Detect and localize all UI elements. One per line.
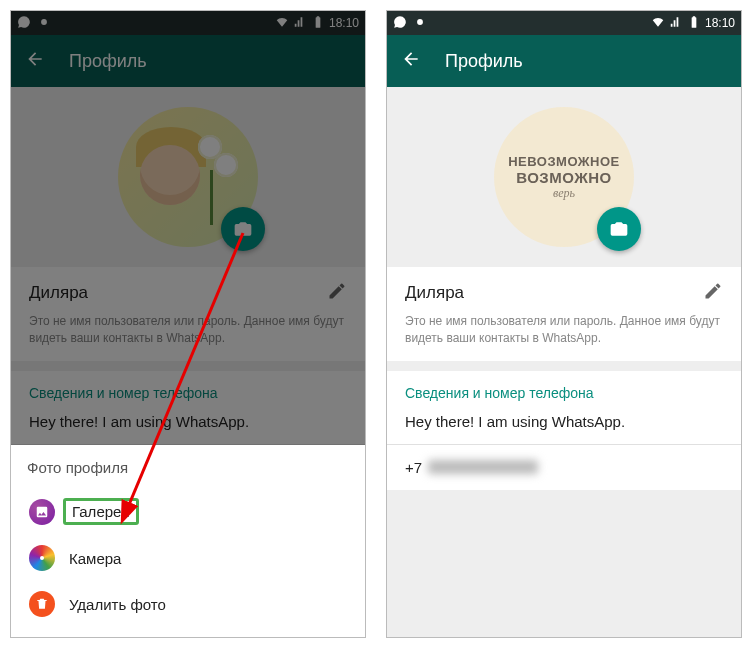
option-delete-label: Удалить фото bbox=[69, 596, 166, 613]
appbar: Профиль bbox=[387, 35, 741, 87]
phone-screenshot-right: 18:10 Профиль НЕВОЗМОЖНОЕ ВОЗМОЖНО верь … bbox=[386, 10, 742, 638]
option-delete[interactable]: Удалить фото bbox=[27, 581, 349, 627]
battery-icon bbox=[311, 15, 325, 32]
notification-icon bbox=[413, 15, 427, 32]
svg-point-1 bbox=[40, 556, 44, 560]
divider bbox=[387, 361, 741, 371]
page-title: Профиль bbox=[69, 51, 147, 72]
wifi-icon bbox=[651, 15, 665, 32]
profile-name: Диляра bbox=[405, 283, 703, 303]
page-title: Профиль bbox=[445, 51, 523, 72]
profile-name: Диляра bbox=[29, 283, 327, 303]
photo-source-sheet: Фото профиля Галерея Камера Удалить фото bbox=[11, 445, 365, 637]
avatar-area bbox=[11, 87, 365, 267]
option-gallery[interactable]: Галерея bbox=[27, 488, 349, 535]
phone-masked bbox=[428, 460, 538, 474]
notification-icon bbox=[37, 15, 51, 32]
signal-icon bbox=[293, 15, 307, 32]
avatar-area: НЕВОЗМОЖНОЕ ВОЗМОЖНО верь bbox=[387, 87, 741, 267]
change-photo-button[interactable] bbox=[221, 207, 265, 251]
svg-point-0 bbox=[41, 19, 47, 25]
sheet-title: Фото профиля bbox=[27, 459, 349, 476]
phone-prefix: +7 bbox=[405, 459, 422, 476]
battery-icon bbox=[687, 15, 701, 32]
name-section: Диляра Это не имя пользователя или парол… bbox=[11, 267, 365, 361]
name-hint: Это не имя пользователя или пароль. Данн… bbox=[29, 313, 347, 347]
clock-text: 18:10 bbox=[705, 16, 735, 30]
gallery-icon bbox=[29, 499, 55, 525]
whatsapp-icon bbox=[17, 15, 31, 32]
phone-number[interactable]: +7 bbox=[387, 445, 741, 490]
change-photo-button[interactable] bbox=[597, 207, 641, 251]
appbar: Профиль bbox=[11, 35, 365, 87]
info-section-header: Сведения и номер телефона bbox=[387, 371, 741, 407]
name-section: Диляра Это не имя пользователя или парол… bbox=[387, 267, 741, 361]
status-text[interactable]: Hey there! I am using WhatsApp. bbox=[11, 407, 365, 444]
avatar-text-3: верь bbox=[553, 186, 575, 201]
wifi-icon bbox=[275, 15, 289, 32]
delete-icon bbox=[29, 591, 55, 617]
option-camera-label: Камера bbox=[69, 550, 121, 567]
signal-icon bbox=[669, 15, 683, 32]
back-icon[interactable] bbox=[25, 49, 45, 73]
avatar-text-2: ВОЗМОЖНО bbox=[516, 169, 612, 186]
statusbar: 18:10 bbox=[11, 11, 365, 35]
whatsapp-icon bbox=[393, 15, 407, 32]
edit-name-icon[interactable] bbox=[703, 281, 723, 305]
name-hint: Это не имя пользователя или пароль. Данн… bbox=[405, 313, 723, 347]
edit-name-icon[interactable] bbox=[327, 281, 347, 305]
phone-screenshot-left: 18:10 Профиль Диляра Это не имя пользова… bbox=[10, 10, 366, 638]
option-camera[interactable]: Камера bbox=[27, 535, 349, 581]
status-text[interactable]: Hey there! I am using WhatsApp. bbox=[387, 407, 741, 444]
info-section-header: Сведения и номер телефона bbox=[11, 371, 365, 407]
option-gallery-label: Галерея bbox=[63, 498, 139, 525]
avatar-text-1: НЕВОЗМОЖНОЕ bbox=[508, 154, 620, 169]
svg-point-3 bbox=[417, 19, 423, 25]
camera-icon bbox=[29, 545, 55, 571]
clock-text: 18:10 bbox=[329, 16, 359, 30]
divider bbox=[11, 361, 365, 371]
statusbar: 18:10 bbox=[387, 11, 741, 35]
back-icon[interactable] bbox=[401, 49, 421, 73]
